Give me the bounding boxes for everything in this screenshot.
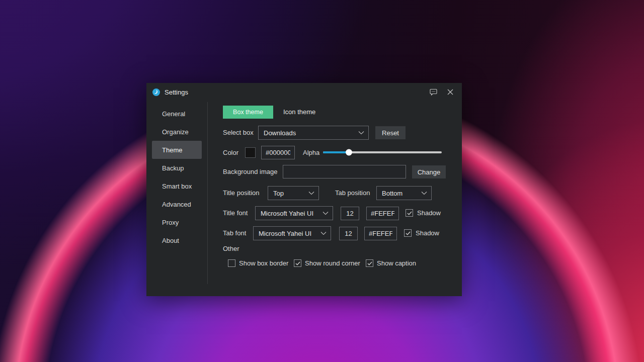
show-caption-checkbox[interactable]: [366, 259, 373, 267]
alpha-label: Alpha: [303, 149, 319, 157]
sidebar-item-label: Backup: [162, 164, 184, 172]
sidebar-item-theme[interactable]: Theme: [152, 141, 202, 159]
show-box-border-checkbox[interactable]: [228, 259, 235, 267]
show-round-corner-label: Show round corner: [305, 259, 360, 267]
select-box-label: Select box: [223, 129, 254, 137]
tab-font-color-input[interactable]: [364, 227, 397, 240]
tab-font-label: Tab font: [223, 229, 246, 237]
reset-button[interactable]: Reset: [375, 126, 406, 139]
color-hex-input[interactable]: [261, 146, 295, 159]
sidebar-item-advanced[interactable]: Advanced: [152, 195, 202, 213]
tab-font-dropdown[interactable]: Microsoft Yahei UI: [253, 226, 331, 240]
close-icon[interactable]: [446, 88, 455, 96]
tab-font-value: Microsoft Yahei UI: [259, 230, 311, 237]
sidebar-item-label: Smart box: [162, 183, 192, 190]
chevron-down-icon: [323, 212, 329, 215]
title-position-label: Title position: [223, 189, 260, 197]
title-font-size-input[interactable]: [341, 207, 359, 220]
background-image-label: Background image: [223, 168, 277, 176]
other-label: Other: [223, 245, 239, 253]
title-font-label: Title font: [223, 209, 248, 217]
title-font-color-input[interactable]: [366, 207, 399, 220]
show-box-border-label: Show box border: [239, 259, 288, 267]
tab-position-label: Tab position: [335, 189, 370, 197]
titlebar-buttons: [429, 88, 455, 96]
check-icon: [407, 211, 412, 215]
title-shadow-label: Shadow: [417, 209, 441, 217]
settings-window: Settings General Organize Theme: [146, 83, 462, 296]
sidebar-item-proxy[interactable]: Proxy: [152, 213, 202, 231]
chevron-down-icon: [320, 232, 327, 235]
check-icon: [295, 261, 300, 265]
title-font-value: Microsoft Yahei UI: [261, 210, 313, 217]
check-icon: [406, 231, 411, 235]
window-title: Settings: [165, 88, 188, 96]
select-box-dropdown[interactable]: Downloads: [258, 126, 369, 140]
chevron-down-icon: [308, 192, 314, 195]
color-swatch[interactable]: [245, 147, 256, 158]
sidebar-divider: [207, 102, 208, 284]
sidebar-item-label: Proxy: [162, 219, 179, 226]
alpha-slider-fill: [323, 151, 349, 153]
sidebar-item-label: Organize: [162, 128, 189, 136]
change-button[interactable]: Change: [412, 165, 446, 178]
sidebar-item-backup[interactable]: Backup: [152, 159, 202, 177]
sidebar-item-label: Theme: [162, 146, 182, 154]
show-caption-label: Show caption: [377, 259, 416, 267]
titlebar: Settings: [146, 83, 462, 101]
sidebar-item-label: About: [162, 237, 179, 244]
select-box-value: Downloads: [264, 129, 296, 137]
sidebar-item-about[interactable]: About: [152, 231, 202, 249]
alpha-slider-thumb[interactable]: [346, 149, 352, 156]
sidebar-item-label: Advanced: [162, 201, 191, 208]
background-image-input[interactable]: [283, 165, 406, 178]
sidebar: General Organize Theme Backup Smart box …: [146, 105, 207, 249]
tab-shadow-checkbox[interactable]: [404, 229, 412, 237]
color-label: Color: [223, 149, 238, 157]
chevron-down-icon: [421, 192, 427, 195]
tab-position-value: Bottom: [382, 190, 403, 197]
feedback-bubble-icon[interactable]: [429, 88, 438, 96]
tab-font-size-input[interactable]: [339, 227, 358, 240]
title-position-value: Top: [273, 190, 284, 197]
tab-position-dropdown[interactable]: Bottom: [376, 186, 432, 200]
sidebar-item-organize[interactable]: Organize: [152, 123, 202, 141]
show-round-corner-checkbox[interactable]: [294, 259, 301, 267]
title-font-dropdown[interactable]: Microsoft Yahei UI: [255, 206, 333, 220]
check-icon: [367, 261, 372, 265]
app-logo-icon: [152, 88, 160, 96]
tab-shadow-label: Shadow: [416, 229, 439, 237]
sidebar-item-general[interactable]: General: [152, 105, 202, 123]
chevron-down-icon: [358, 131, 364, 135]
alpha-slider[interactable]: [323, 151, 442, 153]
tab-icon-theme[interactable]: Icon theme: [283, 106, 315, 119]
title-position-dropdown[interactable]: Top: [268, 186, 319, 200]
sidebar-item-label: General: [162, 110, 185, 118]
tab-box-theme[interactable]: Box theme: [223, 106, 273, 119]
title-shadow-checkbox[interactable]: [406, 209, 413, 217]
sidebar-item-smart-box[interactable]: Smart box: [152, 177, 202, 195]
